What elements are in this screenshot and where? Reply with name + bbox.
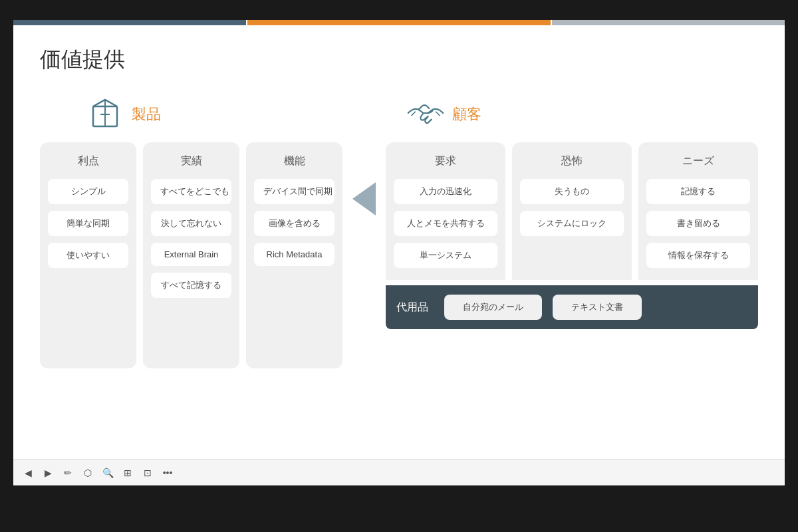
fear-item-1: 失うもの <box>520 179 624 204</box>
features-title: 機能 <box>284 154 305 168</box>
substitute-btn-2[interactable]: テキスト文書 <box>553 295 642 320</box>
handshake-icon <box>407 94 444 134</box>
need-item-3: 情報を保存する <box>646 243 750 268</box>
results-column: 実績 すべてをどこでも 決して忘れない External Brain すべて記憶… <box>143 142 239 368</box>
needs-column: ニーズ 記憶する 書き留める 情報を保存する <box>638 142 758 280</box>
benefit-item-3: 使いやすい <box>48 243 128 268</box>
needs-title: ニーズ <box>682 154 714 168</box>
need-item-1: 記憶する <box>646 179 750 204</box>
fear-item-2: システムにロック <box>520 211 624 236</box>
toolbar-edit-icon[interactable]: ✏ <box>60 465 76 481</box>
substitute-btn-1[interactable]: 自分宛のメール <box>444 295 542 320</box>
toolbar-forward-icon[interactable]: ▶ <box>40 465 56 481</box>
product-label: 製品 <box>132 104 161 124</box>
box-icon <box>86 94 124 134</box>
customer-columns-top: 要求 入力の迅速化 人とメモを共有する 単一システム 恐怖 失うもの システムに… <box>386 142 758 280</box>
feature-item-1: デバイス間で同期 <box>254 179 334 204</box>
result-item-1: すべてをどこでも <box>151 179 231 204</box>
bottom-toolbar: ◀ ▶ ✏ ⬡ 🔍 ⊞ ⊡ ••• <box>13 459 785 485</box>
toolbar-view-icon[interactable]: ⊡ <box>140 465 156 481</box>
progress-segment-3 <box>552 20 785 25</box>
fears-title: 恐怖 <box>561 154 583 168</box>
requirements-title: 要求 <box>435 154 456 168</box>
toolbar-more-icon[interactable]: ••• <box>160 465 176 481</box>
feature-item-2: 画像を含める <box>254 211 334 236</box>
toolbar-back-icon[interactable]: ◀ <box>20 465 36 481</box>
need-item-2: 書き留める <box>646 211 750 236</box>
results-title: 実績 <box>181 154 202 168</box>
req-item-3: 単一システム <box>394 243 497 268</box>
benefits-column: 利点 シンプル 簡単な同期 使いやすい <box>40 142 136 368</box>
feature-item-3: Rich Metadata <box>254 243 334 266</box>
customer-section-header: 顧客 <box>407 94 481 134</box>
slide-container: 価値提供 製品 <box>13 20 785 485</box>
progress-segment-2 <box>247 20 550 25</box>
customer-columns-wrapper: 要求 入力の迅速化 人とメモを共有する 単一システム 恐怖 失うもの システムに… <box>386 142 758 329</box>
content-area: 価値提供 製品 <box>13 25 785 382</box>
requirements-column: 要求 入力の迅速化 人とメモを共有する 単一システム <box>386 142 505 280</box>
page-title: 価値提供 <box>40 45 758 74</box>
substitutes-title: 代用品 <box>396 301 428 315</box>
req-item-2: 人とメモを共有する <box>394 211 497 236</box>
result-item-2: 決して忘れない <box>151 211 231 236</box>
progress-bar <box>13 20 785 25</box>
toolbar-zoom-icon[interactable]: 🔍 <box>100 465 116 481</box>
fears-column: 恐怖 失うもの システムにロック <box>512 142 632 280</box>
toolbar-grid-icon[interactable]: ⊞ <box>120 465 136 481</box>
benefits-title: 利点 <box>78 154 99 168</box>
progress-segment-1 <box>13 20 246 25</box>
arrow-left-icon <box>352 182 376 215</box>
toolbar-shape-icon[interactable]: ⬡ <box>80 465 96 481</box>
benefit-item-1: シンプル <box>48 179 128 204</box>
product-columns: 利点 シンプル 簡単な同期 使いやすい 実績 すべてをどこでも 決して忘れない … <box>40 142 342 368</box>
features-column: 機能 デバイス間で同期 画像を含める Rich Metadata <box>246 142 342 368</box>
arrow-container <box>349 182 379 215</box>
benefit-item-2: 簡単な同期 <box>48 211 128 236</box>
columns-area: 利点 シンプル 簡単な同期 使いやすい 実績 すべてをどこでも 決して忘れない … <box>40 142 758 368</box>
product-section-header: 製品 <box>86 94 161 134</box>
result-item-3: External Brain <box>151 243 231 266</box>
result-item-4: すべて記憶する <box>151 273 231 298</box>
req-item-1: 入力の迅速化 <box>394 179 497 204</box>
customer-label: 顧客 <box>452 104 481 124</box>
substitutes-bar: 代用品 自分宛のメール テキスト文書 <box>386 285 758 329</box>
